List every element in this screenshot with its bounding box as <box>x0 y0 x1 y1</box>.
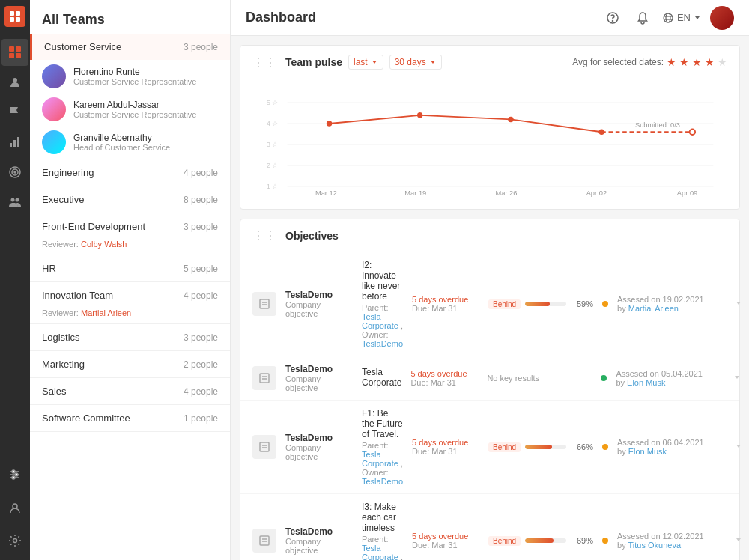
obj-icon <box>252 366 276 390</box>
team-row[interactable]: HR5 people <box>30 255 230 281</box>
member-name: Florentino Runte <box>73 67 218 77</box>
assessor-link[interactable]: Elon Musk <box>628 447 667 456</box>
nav-profile[interactable] <box>1 494 28 521</box>
obj-expand[interactable] <box>731 532 746 550</box>
bell-icon[interactable] <box>632 7 653 28</box>
obj-expand[interactable] <box>731 439 746 456</box>
team-row[interactable]: Customer Service3 people <box>30 34 230 60</box>
header-actions: EN <box>602 6 734 30</box>
team-section: HR5 people <box>30 255 230 282</box>
team-count: 4 people <box>184 290 218 301</box>
pulse-filter-last[interactable]: last <box>348 55 383 70</box>
nav-target[interactable] <box>1 159 28 186</box>
obj-company-type: Company objective <box>285 537 353 555</box>
member-name: Kareem Abdul-Jassar <box>73 100 218 110</box>
team-row[interactable]: Innovation Team4 people <box>30 282 230 308</box>
team-pulse-card: ⋮⋮ Team pulse last 30 days Avg for selec… <box>240 45 740 210</box>
nav-chart[interactable] <box>1 129 28 156</box>
svg-point-41 <box>327 121 332 126</box>
obj-title: Tesla Corporate <box>362 367 401 388</box>
parent-link[interactable]: Tesla Corporate <box>362 312 398 330</box>
obj-due: 5 days overdue Due: Mar 31 <box>410 369 478 387</box>
svg-rect-58 <box>260 442 269 451</box>
nav-settings[interactable] <box>1 527 28 554</box>
svg-rect-61 <box>260 536 269 545</box>
team-count: 3 people <box>184 332 218 343</box>
member-avatar <box>42 130 66 154</box>
assessor-link[interactable]: Martial Arleen <box>628 304 679 313</box>
obj-parent: Parent: Tesla Corporate , Owner: TeslaDe… <box>362 303 403 348</box>
nav-team[interactable] <box>1 189 28 216</box>
progress-pct: 69% <box>571 536 593 545</box>
team-row[interactable]: Front-End Development3 people <box>30 213 230 240</box>
team-section: Front-End Development3 peopleReviewer: C… <box>30 213 230 255</box>
help-icon[interactable] <box>602 7 623 28</box>
obj-assessed: Assesed on 05.04.2021by Elon Musk <box>616 369 721 387</box>
nav-dashboard[interactable] <box>1 39 28 66</box>
obj-company: TeslaDemo Company objective <box>285 290 353 318</box>
team-count: 4 people <box>184 168 218 178</box>
svg-rect-0 <box>10 11 14 16</box>
assessor-link[interactable]: Elon Musk <box>627 378 665 387</box>
team-row[interactable]: Executive8 people <box>30 186 230 213</box>
icon-sidebar <box>0 0 30 560</box>
team-section: Sales4 people <box>30 378 230 405</box>
team-name: Front-End Development <box>42 221 145 232</box>
parent-link[interactable]: Tesla Corporate <box>362 450 398 468</box>
svg-point-26 <box>612 20 613 21</box>
main-content: Dashboard EN ⋮⋮ Team pulse <box>231 0 749 560</box>
team-row[interactable]: Engineering4 people <box>30 159 230 186</box>
svg-text:Apr 02: Apr 02 <box>586 189 607 197</box>
assessor-link[interactable]: Titus Okuneva <box>628 541 682 550</box>
owner-link[interactable]: TeslaDemo <box>362 477 403 486</box>
user-avatar[interactable] <box>710 6 734 30</box>
language-selector[interactable]: EN <box>662 12 701 24</box>
svg-text:Mar 26: Mar 26 <box>495 189 517 197</box>
nav-sliders[interactable] <box>1 461 28 488</box>
nav-flag[interactable] <box>1 99 28 126</box>
member-item: Florentino Runte Customer Service Repres… <box>30 60 230 93</box>
obj-dot <box>601 375 607 381</box>
svg-point-14 <box>14 171 16 173</box>
reviewer-link[interactable]: Colby Walsh <box>81 240 127 249</box>
team-row[interactable]: Logistics3 people <box>30 324 230 350</box>
svg-text:3 ☆: 3 ☆ <box>267 141 279 148</box>
svg-point-44 <box>598 129 604 134</box>
team-row[interactable]: Marketing2 people <box>30 351 230 377</box>
svg-rect-52 <box>260 299 269 308</box>
member-info: Florentino Runte Customer Service Repres… <box>73 67 218 86</box>
svg-rect-7 <box>16 53 21 58</box>
svg-rect-4 <box>9 46 14 52</box>
pulse-filter-days[interactable]: 30 days <box>389 55 442 70</box>
obj-overdue: 5 days overdue <box>412 438 479 447</box>
progress-fill <box>525 538 554 543</box>
obj-company-name: TeslaDemo <box>285 290 353 300</box>
member-info: Kareem Abdul-Jassar Customer Service Rep… <box>73 100 218 119</box>
obj-company-name: TeslaDemo <box>285 526 353 537</box>
team-section: Software Committee1 people <box>30 405 230 432</box>
reviewer-link[interactable]: Martial Arleen <box>81 308 131 317</box>
team-count: 2 people <box>184 359 218 370</box>
svg-text:Mar 19: Mar 19 <box>404 189 426 197</box>
team-reviewer: Reviewer: Colby Walsh <box>30 240 230 255</box>
obj-company-type: Company objective <box>285 374 353 392</box>
svg-point-28 <box>666 13 670 22</box>
owner-link[interactable]: TeslaDemo <box>362 339 403 348</box>
obj-expand[interactable] <box>731 296 746 313</box>
obj-expand[interactable] <box>730 370 745 387</box>
team-name: Logistics <box>42 332 80 343</box>
team-row[interactable]: Sales4 people <box>30 378 230 404</box>
team-count: 3 people <box>184 42 218 52</box>
svg-rect-55 <box>260 374 269 383</box>
team-reviewer: Reviewer: Martial Arleen <box>30 308 230 323</box>
svg-point-23 <box>13 504 17 508</box>
svg-text:1 ☆: 1 ☆ <box>267 183 279 190</box>
obj-status: Behind 69% <box>488 536 593 546</box>
obj-detail: I2: Innovate like never before Parent: T… <box>362 260 403 348</box>
no-key-results: No key results <box>487 374 592 383</box>
pulse-handle: ⋮⋮ <box>252 55 276 70</box>
team-row[interactable]: Software Committee1 people <box>30 405 230 431</box>
nav-users[interactable] <box>1 69 28 96</box>
obj-overdue: 5 days overdue <box>412 532 479 541</box>
parent-link[interactable]: Tesla Corporate <box>362 544 398 560</box>
